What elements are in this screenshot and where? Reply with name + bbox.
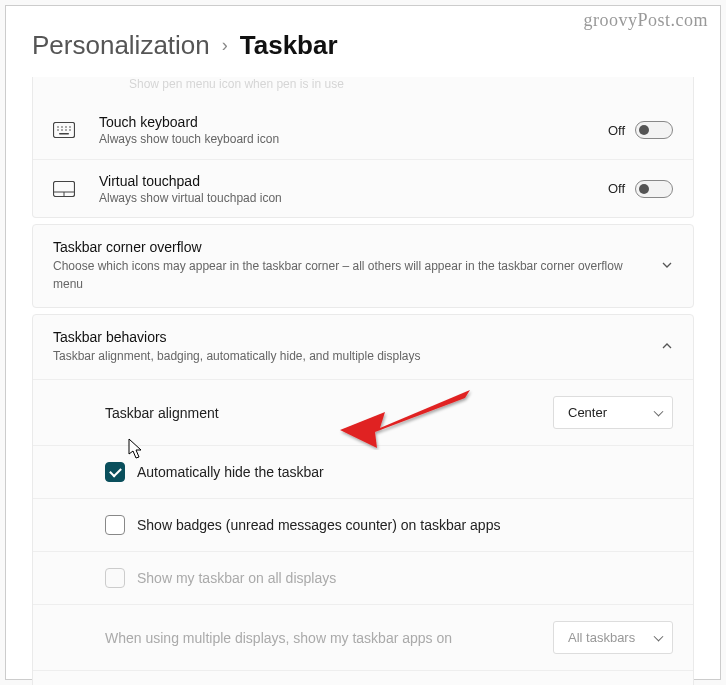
svg-point-2 [61, 126, 63, 128]
svg-rect-0 [54, 123, 75, 138]
all-displays-label: Show my taskbar on all displays [137, 570, 673, 586]
all-displays-row: Show my taskbar on all displays [33, 551, 693, 604]
virtual-touchpad-subtitle: Always show virtual touchpad icon [99, 191, 608, 205]
breadcrumb-parent[interactable]: Personalization [32, 30, 210, 61]
svg-point-3 [65, 126, 67, 128]
taskbar-behaviors-subtitle: Taskbar alignment, badging, automaticall… [53, 347, 643, 365]
taskbar-behaviors-header[interactable]: Taskbar behaviors Taskbar alignment, bad… [33, 315, 693, 379]
badges-row[interactable]: Show badges (unread messages counter) on… [33, 498, 693, 551]
auto-hide-row[interactable]: Automatically hide the taskbar [33, 445, 693, 498]
virtual-touchpad-state: Off [608, 181, 625, 196]
pen-menu-subtitle: Show pen menu icon when pen is in use [33, 77, 693, 101]
svg-point-7 [65, 129, 67, 131]
alignment-label: Taskbar alignment [105, 405, 541, 421]
multi-display-row: When using multiple displays, show my ta… [33, 604, 693, 670]
taskbar-corner-icons-section: Show pen menu icon when pen is in use To… [32, 77, 694, 218]
touch-keyboard-subtitle: Always show touch keyboard icon [99, 132, 608, 146]
corner-overflow-expander[interactable]: Taskbar corner overflow Choose which ico… [32, 224, 694, 308]
svg-point-6 [61, 129, 63, 131]
keyboard-icon [53, 122, 81, 138]
far-corner-row[interactable]: Select the far corner of the taskbar to … [33, 670, 693, 685]
svg-point-5 [57, 129, 59, 131]
badges-label: Show badges (unread messages counter) on… [137, 517, 673, 533]
multi-display-label: When using multiple displays, show my ta… [105, 630, 541, 646]
all-displays-checkbox [105, 568, 125, 588]
touchpad-icon [53, 181, 81, 197]
auto-hide-label: Automatically hide the taskbar [137, 464, 673, 480]
corner-overflow-title: Taskbar corner overflow [53, 239, 643, 255]
breadcrumb: Personalization › Taskbar [14, 24, 712, 77]
auto-hide-checkbox[interactable] [105, 462, 125, 482]
svg-point-8 [69, 129, 71, 131]
taskbar-behaviors-expander: Taskbar behaviors Taskbar alignment, bad… [32, 314, 694, 685]
alignment-combo[interactable]: Center [553, 396, 673, 429]
svg-rect-9 [59, 133, 69, 135]
breadcrumb-current: Taskbar [240, 30, 338, 61]
virtual-touchpad-toggle[interactable] [635, 180, 673, 198]
alignment-row: Taskbar alignment Center [33, 379, 693, 445]
touch-keyboard-title: Touch keyboard [99, 114, 608, 130]
corner-overflow-subtitle: Choose which icons may appear in the tas… [53, 257, 643, 293]
virtual-touchpad-title: Virtual touchpad [99, 173, 608, 189]
taskbar-behaviors-title: Taskbar behaviors [53, 329, 643, 345]
multi-display-combo: All taskbars [553, 621, 673, 654]
touch-keyboard-row[interactable]: Touch keyboard Always show touch keyboar… [33, 101, 693, 159]
touch-keyboard-state: Off [608, 123, 625, 138]
touch-keyboard-toggle[interactable] [635, 121, 673, 139]
chevron-right-icon: › [222, 35, 228, 56]
chevron-down-icon [661, 259, 673, 274]
badges-checkbox[interactable] [105, 515, 125, 535]
virtual-touchpad-row[interactable]: Virtual touchpad Always show virtual tou… [33, 159, 693, 217]
svg-point-1 [57, 126, 59, 128]
chevron-up-icon [661, 340, 673, 355]
svg-point-4 [69, 126, 71, 128]
watermark-text: groovyPost.com [583, 10, 708, 31]
